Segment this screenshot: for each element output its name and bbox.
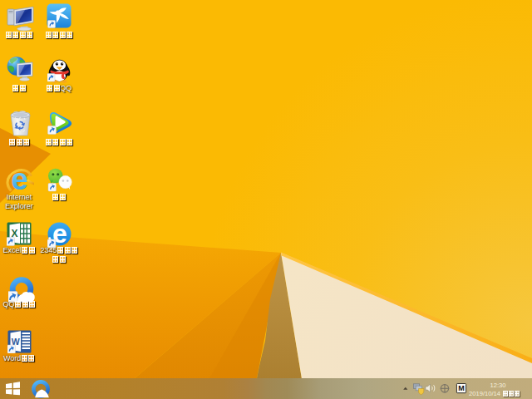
svg-text:M: M [458,384,465,392]
svg-text:W: W [12,337,20,347]
svg-text:e: e [11,168,28,193]
